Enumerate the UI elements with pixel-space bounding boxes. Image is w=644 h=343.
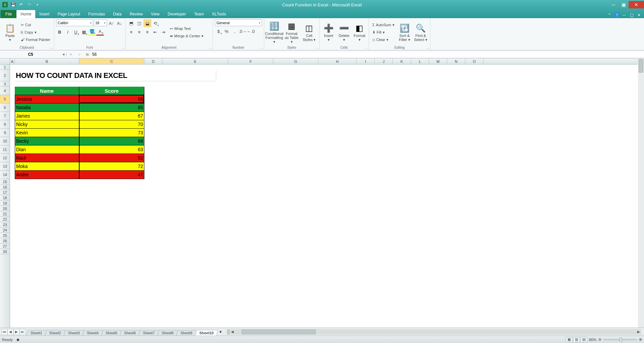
tab-team[interactable]: Team [190, 10, 208, 18]
sheet-tab-sheet4[interactable]: Sheet4 [82, 330, 103, 336]
table-row-score[interactable]: 73 [79, 129, 144, 137]
align-center-button[interactable]: ≡ [136, 28, 143, 36]
tab-review[interactable]: Review [126, 10, 147, 18]
row-header-26[interactable]: 26 [0, 238, 10, 244]
number-format-select[interactable]: General▾ [215, 19, 262, 26]
row-header-12[interactable]: 12 [0, 154, 10, 162]
row-header-19[interactable]: 19 [0, 201, 10, 206]
table-header-score[interactable]: Score [79, 87, 144, 95]
vertical-scrollbar[interactable] [638, 58, 644, 328]
row-header-3[interactable]: 3 [0, 81, 10, 87]
vscroll-thumb[interactable] [639, 59, 643, 73]
paste-button[interactable]: 📋 Paste▾ [2, 19, 18, 45]
table-row-score[interactable]: 47 [79, 171, 144, 179]
sheet-first-button[interactable]: ⏮ [1, 329, 7, 335]
fill-button[interactable]: ⬇Fill ▾ [371, 29, 396, 36]
col-header-N[interactable]: N [447, 58, 465, 64]
close-button[interactable]: ✕ [629, 1, 644, 8]
format-painter-button[interactable]: 🖌Format Painter [19, 36, 52, 43]
zoom-in-button[interactable]: ⊕ [639, 337, 642, 342]
table-row-score[interactable]: 85 [79, 103, 144, 112]
file-tab[interactable]: File [1, 10, 16, 18]
underline-button[interactable]: U▾ [72, 28, 80, 36]
font-size-select[interactable]: 18▾ [94, 19, 107, 26]
table-row-name[interactable]: Dian [15, 145, 79, 154]
row-header-22[interactable]: 22 [0, 217, 10, 222]
sheet-tab-sheet9[interactable]: Sheet9 [176, 330, 197, 336]
row-header-5[interactable]: 5 [0, 95, 10, 103]
maximize-button[interactable]: ▣ [618, 1, 629, 8]
delete-cells-button[interactable]: ➖Delete▾ [337, 19, 351, 45]
sheet-tab-sheet5[interactable]: Sheet5 [101, 330, 122, 336]
shrink-font-button[interactable]: A↓ [116, 19, 123, 27]
table-row-name[interactable]: Raul [15, 154, 79, 162]
fx-icon[interactable]: fx [84, 52, 91, 56]
col-header-J[interactable]: J [375, 58, 393, 64]
orientation-button[interactable]: ⟲▾ [152, 19, 159, 27]
col-header-H[interactable]: H [318, 58, 357, 64]
table-row-score[interactable]: 70 [79, 120, 144, 129]
comma-button[interactable]: , [231, 28, 238, 35]
table-header-name[interactable]: Name [15, 87, 79, 95]
row-header-17[interactable]: 17 [0, 190, 10, 195]
undo-button[interactable]: ↶ [17, 1, 25, 8]
autosum-button[interactable]: ΣAutoSum ▾ [371, 22, 396, 28]
table-row-name[interactable]: Jessica [15, 95, 79, 103]
decrease-indent-button[interactable]: ⇤ [152, 28, 159, 36]
zoom-out-button[interactable]: ⊖ [598, 337, 601, 342]
sheet-tab-sheet1[interactable]: Sheet1 [26, 330, 47, 336]
table-row-score[interactable]: 52 [79, 154, 144, 162]
sheet-tab-sheet3[interactable]: Sheet3 [63, 330, 84, 336]
tab-insert[interactable]: Insert [35, 10, 53, 18]
horizontal-scrollbar[interactable]: ◀ ▶ [227, 329, 641, 335]
merge-center-button[interactable]: ⬌Merge & Center ▾ [169, 33, 205, 39]
title-cell[interactable]: HOW TO COUNT DATA IN EXCEL [15, 70, 216, 81]
cells-area[interactable]: HOW TO COUNT DATA IN EXCELNameScoreJessi… [10, 65, 644, 328]
zoom-knob[interactable] [619, 338, 622, 342]
tab-developer[interactable]: Developer [164, 10, 190, 18]
tab-scroll-split[interactable] [227, 329, 230, 335]
cell-styles-button[interactable]: ◫Cell Styles ▾ [301, 19, 317, 45]
font-color-button[interactable]: A▾ [96, 28, 104, 36]
tab-data[interactable]: Data [109, 10, 126, 18]
row-header-20[interactable]: 20 [0, 206, 10, 211]
sheet-last-button[interactable]: ⏭ [19, 329, 26, 335]
find-select-button[interactable]: 🔍Find & Select ▾ [413, 19, 428, 45]
window-close-icon[interactable]: ✕ [636, 12, 642, 18]
qat-customize[interactable]: ▾ [34, 1, 41, 8]
cancel-formula-button[interactable]: ✕ [66, 52, 75, 57]
increase-indent-button[interactable]: ⇥ [160, 28, 167, 36]
select-all-corner[interactable] [0, 58, 10, 64]
row-header-16[interactable]: 16 [0, 184, 10, 190]
row-header-11[interactable]: 11 [0, 145, 10, 154]
hscroll-left[interactable]: ◀ [230, 330, 235, 334]
italic-button[interactable]: I [64, 28, 72, 36]
align-right-button[interactable]: ≡ [144, 28, 151, 36]
col-header-A[interactable]: A [10, 58, 15, 64]
normal-view-button[interactable]: ▦ [566, 337, 572, 342]
increase-decimal-button[interactable]: .0→ [239, 28, 246, 35]
row-header-25[interactable]: 25 [0, 233, 10, 238]
name-box[interactable]: ▾ [0, 52, 66, 57]
cut-button[interactable]: ✂Cut [19, 22, 52, 28]
row-header-10[interactable]: 10 [0, 137, 10, 145]
name-box-input[interactable] [0, 52, 61, 57]
page-break-view-button[interactable]: ▤ [581, 337, 587, 342]
format-cells-button[interactable]: ◧Format▾ [353, 19, 367, 45]
table-row-name[interactable]: James [15, 112, 79, 120]
row-header-23[interactable]: 23 [0, 222, 10, 227]
sheet-tab-sheet8[interactable]: Sheet8 [157, 330, 178, 336]
col-header-G[interactable]: G [273, 58, 318, 64]
window-restore-icon[interactable]: ▢ [629, 12, 635, 18]
sheet-tab-sheet7[interactable]: Sheet7 [139, 330, 159, 336]
tab-xltools[interactable]: XLTools [208, 10, 230, 18]
table-row-name[interactable]: Andre [15, 171, 79, 179]
help-icon[interactable]: ? [614, 12, 620, 18]
wrap-text-button[interactable]: ↩Wrap Text [169, 25, 205, 32]
macro-record-icon[interactable]: ⏺ [16, 338, 20, 342]
row-header-14[interactable]: 14 [0, 171, 10, 179]
border-button[interactable]: ▦▾ [80, 28, 88, 36]
save-button[interactable]: 💾 [9, 1, 17, 8]
sheet-next-button[interactable]: ▶ [13, 329, 19, 335]
zoom-level[interactable]: 66% [589, 338, 596, 342]
